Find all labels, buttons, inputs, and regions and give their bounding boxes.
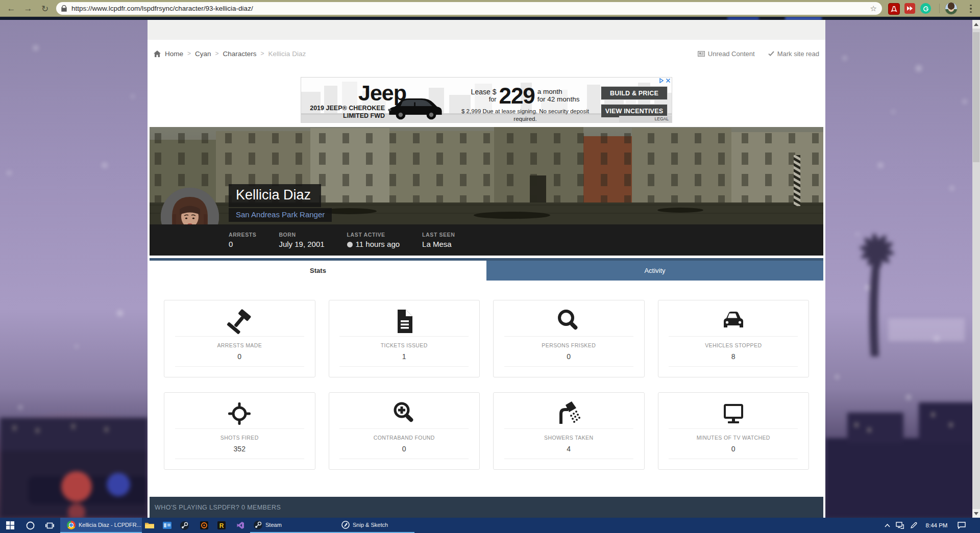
card-contraband-found: CONTRABAND FOUND 0 [329,392,480,470]
tray-expand-button[interactable] [880,518,894,533]
breadcrumb: Home > Cyan > Characters > Kellicia Diaz [154,50,306,58]
url-text[interactable]: https://www.lcpdfr.com/lspdfrsync/charac… [71,5,870,12]
action-center-button[interactable] [953,518,970,533]
character-role-link[interactable]: San Andreas Park Ranger [229,208,332,222]
stats-panel: ARRESTS MADE 0 T [150,281,823,497]
whos-playing-bar: WHO'S PLAYING LSPDFR? 0 MEMBERS [150,497,823,518]
breadcrumb-characters[interactable]: Characters [223,50,257,58]
tab-stats[interactable]: Stats [150,261,486,281]
start-button[interactable] [0,518,20,533]
stat-born: BORN July 19, 2001 [279,232,324,248]
scrollbar-thumb[interactable] [973,32,979,162]
grammarly-extension-icon[interactable] [920,3,931,14]
cortana-button[interactable] [20,518,40,533]
taskbar-task-chrome[interactable]: Kellicia Diaz - LCPDFR... [60,518,142,533]
build-price-button[interactable]: BUILD & PRICE [601,86,668,100]
adchoices-icon[interactable] [659,78,664,83]
browser-menu-icon[interactable] [966,3,976,15]
search-plus-icon [390,399,419,428]
people-app-button[interactable] [159,518,175,533]
breadcrumb-separator: > [215,50,219,57]
clock-label: 8:44 PM [926,522,948,528]
reload-icon[interactable]: ↻ [38,2,52,15]
ad-vehicle-name: 2019 JEEP® CHEROKEE LIMITED FWD [308,105,385,120]
mark-site-read-link[interactable]: Mark site read [768,50,819,58]
address-bar[interactable]: https://www.lcpdfr.com/lspdfrsync/charac… [56,2,882,15]
site-subheader [148,20,825,40]
scroll-up-icon[interactable] [972,20,980,29]
jeep-ad-banner[interactable]: Jeep 2019 JEEP® CHEROKEE LIMITED FWD [301,77,672,123]
steam-icon [254,521,262,529]
character-nameplate: Kellicia Diaz San Andreas Park Ranger [229,184,332,222]
shower-icon [554,399,583,428]
visual-studio-icon [236,521,244,529]
stat-last-active: LAST ACTIVE 11 hours ago [347,232,400,248]
card-showers-taken: SHOWERS TAKEN 4 [493,392,645,470]
unread-content-link[interactable]: Unread Content [698,50,755,58]
tab-activity[interactable]: Activity [486,261,823,281]
gavel-icon [225,307,254,336]
orange-app-button[interactable] [197,518,212,533]
file-explorer-button[interactable] [142,518,157,533]
taskbar-task-steam[interactable]: Steam [250,518,338,533]
tray-pen-button[interactable] [907,518,920,533]
rage-plugin-hook-button[interactable]: R [214,518,229,533]
action-center-icon [958,522,966,529]
profile-header: Kellicia Diaz San Andreas Park Ranger [150,127,823,256]
crosshairs-icon [225,399,254,428]
tray-network-button[interactable] [893,518,906,533]
toolbar-divider [939,4,940,13]
browser-profile-avatar[interactable] [945,2,958,15]
breadcrumb-row: Home > Cyan > Characters > Kellicia Diaz… [150,40,823,67]
acrobat-extension-icon[interactable] [888,3,900,15]
network-icon [896,522,904,529]
steam-icon [180,521,189,530]
page-scrollbar[interactable] [972,20,980,518]
cortana-icon [26,521,35,530]
status-dot-icon [347,242,353,247]
card-arrests-made: ARRESTS MADE 0 [164,300,315,377]
breadcrumb-home[interactable]: Home [165,50,183,58]
profile-stats-bar: ARRESTS 0 BORN July 19, 2001 LAST ACTIVE… [150,224,823,256]
unread-content-label: Unread Content [708,50,755,58]
tray-clock[interactable]: 8:44 PM [922,518,951,533]
browser-toolbar: ← → ↻ https://www.lcpdfr.com/lspdfrsync/… [0,0,980,17]
home-icon [154,50,161,57]
taskbar-task-snip-sketch[interactable]: Snip & Sketch [338,518,414,533]
back-icon[interactable]: ← [5,2,18,15]
snip-sketch-icon [341,521,350,529]
page-actions: Unread Content Mark site read [698,50,819,58]
task-view-button[interactable] [40,518,59,533]
car-icon [719,307,748,336]
card-vehicles-stopped: VEHICLES STOPPED 8 [658,300,810,377]
steam-task-label: Steam [265,522,282,528]
steam-pinned-button[interactable] [177,518,192,533]
bookmark-star-icon[interactable]: ☆ [870,4,877,13]
chevron-up-icon [885,524,890,527]
breadcrumb-separator: > [187,50,191,57]
task-view-icon [45,522,54,529]
snip-task-label: Snip & Sketch [353,522,388,528]
breadcrumb-cyan[interactable]: Cyan [195,50,211,58]
rage-plugin-hook-icon: R [217,521,226,529]
checkmark-icon [768,51,774,56]
visual-studio-button[interactable] [233,518,248,533]
card-tickets-issued: TICKETS ISSUED 1 [329,300,480,377]
fast-forward-extension-icon[interactable] [904,3,915,14]
forward-icon[interactable]: → [21,2,35,15]
breadcrumb-separator: > [261,50,264,57]
svg-text:R: R [219,522,224,529]
ad-close-icon[interactable] [666,78,671,83]
card-minutes-tv: MINUTES OF TV WATCHED 0 [658,392,810,470]
profile-tabs: Stats Activity [150,258,823,281]
tv-icon [719,399,748,428]
card-persons-frisked: PERSONS FRISKED 0 [493,300,645,377]
scroll-down-icon[interactable] [972,509,980,518]
document-icon [390,307,419,336]
character-name: Kellicia Diaz [229,184,321,207]
mark-site-read-label: Mark site read [777,50,819,58]
whos-playing-label: WHO'S PLAYING LSPDFR? 0 MEMBERS [155,504,281,511]
stat-last-seen: LAST SEEN La Mesa [422,232,455,248]
ad-legal-link[interactable]: LEGAL [619,116,672,122]
page-viewport: Home > Cyan > Characters > Kellicia Diaz… [0,20,980,518]
